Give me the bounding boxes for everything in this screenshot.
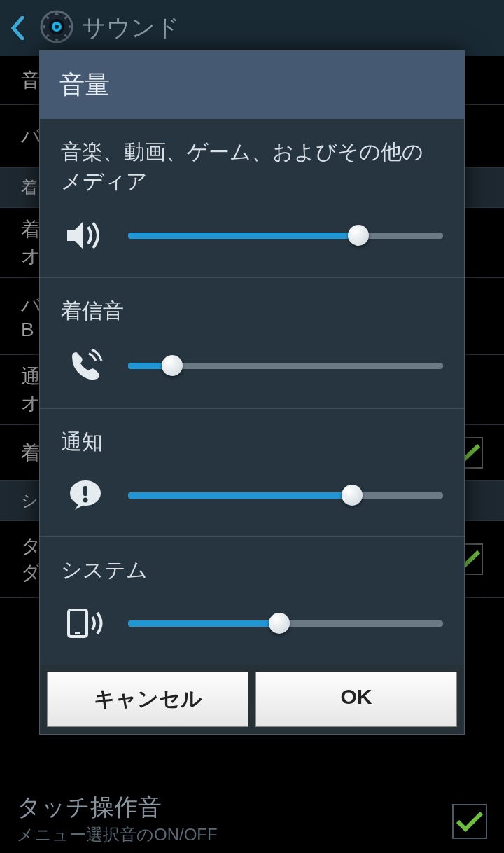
background-bottom-item[interactable]: タッチ操作音 メニュー選択音のON/OFF	[0, 784, 504, 853]
settings-header: サウンド	[0, 0, 504, 56]
volume-label-system: システム	[61, 555, 443, 585]
volume-section-notification: 通知	[40, 409, 464, 537]
volume-section-media: 音楽、動画、ゲーム、およびその他のメディア	[40, 119, 464, 278]
device-sound-icon	[61, 607, 110, 639]
volume-dialog: 音量 音楽、動画、ゲーム、およびその他のメディア	[39, 50, 465, 735]
ok-button[interactable]: OK	[255, 672, 457, 727]
dialog-footer: キャンセル OK	[40, 665, 464, 734]
svg-point-6	[83, 498, 88, 503]
media-volume-slider[interactable]	[128, 225, 443, 246]
settings-gear-icon	[38, 8, 75, 48]
volume-label-media: 音楽、動画、ゲーム、およびその他のメディア	[61, 137, 443, 196]
notification-icon	[61, 479, 110, 511]
checkbox[interactable]	[452, 804, 487, 839]
speaker-icon	[61, 219, 110, 252]
volume-section-system: システム	[40, 537, 464, 665]
volume-section-ringtone: 着信音	[40, 278, 464, 409]
volume-label-ringtone: 着信音	[61, 296, 443, 326]
svg-rect-5	[83, 486, 88, 496]
bottom-item-subtitle: メニュー選択音のON/OFF	[17, 824, 487, 846]
volume-label-notification: 通知	[61, 427, 443, 457]
ringtone-volume-slider[interactable]	[128, 355, 443, 376]
notification-volume-slider[interactable]	[128, 485, 443, 506]
back-button[interactable]	[10, 11, 31, 46]
svg-rect-8	[75, 632, 80, 634]
system-volume-slider[interactable]	[128, 613, 443, 634]
page-title: サウンド	[82, 12, 180, 44]
bottom-item-title: タッチ操作音	[17, 791, 487, 824]
dialog-body: 音楽、動画、ゲーム、およびその他のメディア 着信音	[40, 119, 464, 665]
phone-icon	[61, 348, 110, 383]
svg-point-3	[55, 25, 59, 29]
cancel-button[interactable]: キャンセル	[47, 672, 248, 727]
dialog-title: 音量	[40, 51, 464, 119]
